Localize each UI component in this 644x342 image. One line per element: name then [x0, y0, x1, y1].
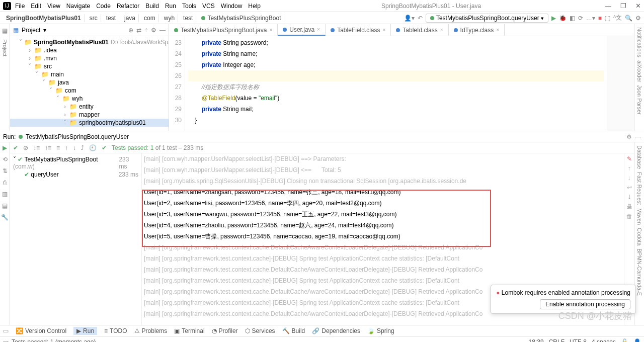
project-tool-label[interactable]: Project — [2, 39, 8, 56]
crumb-3[interactable]: java — [121, 14, 139, 22]
menu-code[interactable]: Code — [96, 3, 111, 10]
collapse-icon[interactable]: ÷ — [144, 27, 148, 34]
project-view-icon[interactable]: ▦ — [13, 27, 19, 34]
export-icon[interactable]: ⤴ — [81, 144, 84, 151]
run-wrench-icon[interactable]: 🔧 — [1, 214, 9, 221]
more-run-icon[interactable]: …▾ — [586, 15, 595, 22]
tree-wyh[interactable]: ˅📁 wyh — [10, 95, 169, 103]
rtool-aix[interactable]: aiXcoder — [636, 60, 642, 82]
crumb-6[interactable]: test — [180, 14, 196, 22]
tab-tableid[interactable]: TableId.class× — [391, 24, 448, 36]
expand-icon[interactable]: ⇄ — [136, 27, 141, 34]
status-event-icon[interactable]: ▭ — [3, 338, 9, 343]
menu-help[interactable]: Help — [248, 3, 261, 10]
bb-run[interactable]: ▶ Run — [73, 327, 97, 335]
menu-build[interactable]: Build — [145, 3, 159, 10]
enable-annotation-button[interactable]: Enable annotation processing — [540, 299, 630, 309]
status-charset[interactable]: UTF-8 — [570, 338, 587, 343]
crumb-7[interactable]: TestMybatisPlusSpringBoot — [198, 14, 284, 22]
crumb-1[interactable]: src — [87, 14, 101, 22]
run-options-icon[interactable]: ⇅ — [3, 167, 8, 175]
expand-tests-icon[interactable]: ≡ — [56, 144, 60, 151]
select-opened-icon[interactable]: ⊕ — [128, 27, 133, 34]
test-tree-item[interactable]: ✔ queryUser233 ms — [13, 170, 138, 179]
coverage-button[interactable]: ◧ — [570, 15, 575, 22]
tab-tablefield[interactable]: TableField.class× — [326, 24, 391, 36]
test-tree-root[interactable]: ˅ ✔ TestMybatisPlusSpringBoot (com.w)233… — [13, 155, 138, 170]
back-icon[interactable]: ↶ — [418, 15, 423, 22]
rtool-db[interactable]: Database — [636, 145, 642, 169]
rtool-codota[interactable]: Codota — [636, 228, 642, 245]
menu-refactor[interactable]: Refactor — [117, 3, 139, 10]
bb-vcs[interactable]: 🔀 Version Control — [16, 327, 66, 334]
tab-idtype[interactable]: IdType.class× — [449, 24, 505, 36]
filter-icon[interactable]: ▥ — [2, 191, 8, 198]
status-indent[interactable]: 4 spaces — [592, 338, 616, 343]
profile-button[interactable]: ⟳ — [578, 15, 583, 22]
pass-icon[interactable]: ✔ — [13, 144, 18, 151]
tab-user[interactable]: User.java× — [278, 24, 326, 36]
settings-icon[interactable]: ⚙ — [635, 15, 641, 22]
close-icon[interactable]: ✕ — [635, 2, 641, 10]
menu-window[interactable]: Window — [221, 3, 243, 10]
run-stop-button[interactable]: ⟲ — [3, 156, 8, 163]
crumb-0[interactable]: SpringBootMybatisPlus01 — [3, 14, 85, 22]
sort-icon[interactable]: ↕≡ — [33, 144, 40, 151]
crumb-4[interactable]: com — [141, 14, 159, 22]
tab-testspringboot[interactable]: TestMybatisPlusSpringBoot.java× — [169, 24, 278, 36]
bb-profiler[interactable]: ◔ Profiler — [212, 327, 238, 334]
tree-com[interactable]: ˅📁 com — [10, 87, 169, 95]
console-print-icon[interactable]: 🖶 — [626, 203, 632, 210]
search-icon[interactable]: 🔍 — [625, 15, 632, 22]
console-up-icon[interactable]: ↑ — [628, 165, 631, 172]
rtool-json[interactable]: Json Parser — [636, 85, 642, 115]
panel-hide-icon[interactable]: — — [635, 133, 641, 140]
minimize-icon[interactable]: — — [605, 2, 611, 10]
tree-mapper[interactable]: ›📁 mapper — [10, 111, 169, 119]
console-edit-icon[interactable]: ✎ — [627, 155, 632, 162]
tree-entity[interactable]: ›📁 entity — [10, 103, 169, 111]
rerun-button[interactable]: ▶ — [3, 144, 7, 151]
menu-view[interactable]: View — [47, 3, 60, 10]
tree-mvn[interactable]: ›📁 .mvn — [10, 54, 169, 62]
crumb-5[interactable]: wyh — [161, 14, 178, 22]
rtool-notifications[interactable]: Notifications — [636, 27, 642, 57]
minimap[interactable] — [607, 36, 634, 131]
gear-icon[interactable]: ⚙ — [151, 27, 156, 34]
console-wrap-icon[interactable]: ↩ — [627, 184, 632, 191]
tree-root[interactable]: ˅📁 SpringBootMybatisPlus01 D:\Tools\Java… — [10, 38, 169, 46]
run-pin-icon[interactable]: ⎙ — [3, 179, 7, 186]
run-button[interactable]: ▶ — [551, 15, 556, 22]
rtool-maven[interactable]: Maven — [636, 208, 642, 225]
collapse-tests-icon[interactable]: ↑≡ — [45, 144, 51, 151]
bb-build[interactable]: 🔨 Build — [282, 327, 305, 334]
history-icon[interactable]: 🕘 — [89, 144, 97, 151]
bb-todo[interactable]: ≡ TODO — [104, 327, 127, 334]
stop-button[interactable]: ■ — [598, 15, 602, 22]
git-icon[interactable]: ⬚ — [605, 15, 610, 22]
console-down-icon[interactable]: ↓ — [628, 175, 631, 182]
tree-idea[interactable]: ›📁 .idea — [10, 46, 169, 54]
rtool-fast[interactable]: Fast Request — [636, 172, 642, 205]
test-tree[interactable]: ˅ ✔ TestMybatisPlusSpringBoot (com.w)233… — [10, 153, 142, 325]
hide-icon[interactable]: — — [159, 27, 166, 34]
status-encoding[interactable]: CRLF — [549, 338, 565, 343]
run-config-select[interactable]: TestMybatisPlusSpringBoot.queryUser ▾ — [426, 14, 548, 23]
tree-src[interactable]: ˅📁 src — [10, 62, 169, 70]
tree-springboot[interactable]: ˅📁 springbootmybatisplus01 — [10, 119, 169, 127]
user-icon[interactable]: 👤▾ — [404, 15, 415, 22]
bb-services[interactable]: ⬡ Services — [245, 327, 275, 334]
bb-terminal[interactable]: ▣ Terminal — [174, 327, 204, 334]
project-view-label[interactable]: Project — [22, 27, 40, 34]
maximize-icon[interactable]: ❐ — [620, 2, 626, 10]
lang-icon[interactable]: ᴬ文 — [613, 14, 622, 22]
prev-icon[interactable]: ↑ — [65, 144, 68, 151]
console-clear-icon[interactable]: 🗑 — [626, 213, 632, 220]
bottom-more-icon[interactable]: ▭ — [3, 327, 9, 334]
menu-edit[interactable]: Edit — [31, 3, 41, 10]
menu-navigate[interactable]: Navigate — [66, 3, 90, 10]
menu-run[interactable]: Run — [165, 3, 176, 10]
crumb-2[interactable]: test — [103, 14, 119, 22]
project-tool-icon[interactable]: ▦ — [2, 27, 8, 34]
skip-icon[interactable]: ⊘ — [23, 144, 28, 151]
